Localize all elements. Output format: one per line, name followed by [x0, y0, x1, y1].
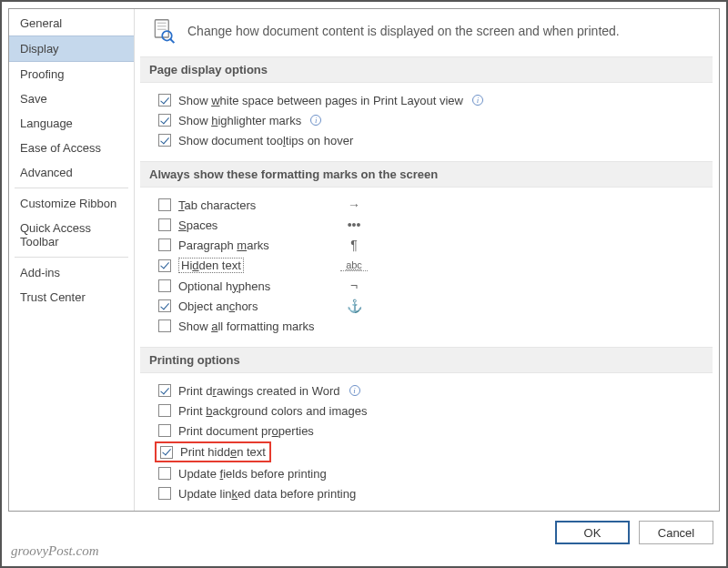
- option-row: Show document tooltips on hover: [140, 130, 713, 150]
- formatting-mark-symbol: →: [340, 198, 368, 212]
- sidebar-item-proofing[interactable]: Proofing: [9, 62, 134, 86]
- page-header: Change how document content is displayed…: [140, 9, 713, 56]
- option-row: Object anchors⚓: [140, 296, 713, 316]
- sidebar-item-save[interactable]: Save: [9, 86, 134, 111]
- option-row: Show highlighter marks: [140, 110, 713, 130]
- option-label[interactable]: Print drawings created in Word: [178, 384, 340, 398]
- option-label[interactable]: Show document tooltips on hover: [178, 134, 353, 147]
- checkbox[interactable]: [158, 218, 171, 231]
- sidebar-item-display[interactable]: Display: [9, 36, 134, 62]
- highlighted-option: Print hidden text: [155, 441, 271, 462]
- option-row: Spaces•••: [140, 215, 713, 235]
- checkbox[interactable]: [158, 259, 171, 272]
- sidebar-item-quick-access-toolbar[interactable]: Quick Access Toolbar: [9, 216, 134, 254]
- option-label[interactable]: Print background colors and images: [178, 404, 367, 418]
- content-scroll[interactable]: Change how document content is displayed…: [135, 9, 713, 511]
- formatting-mark-symbol: ¶: [340, 238, 368, 252]
- sidebar-item-ease-of-access[interactable]: Ease of Access: [9, 136, 134, 160]
- option-label[interactable]: Print hidden text: [180, 445, 266, 459]
- checkbox[interactable]: [158, 487, 171, 500]
- option-label[interactable]: Show all formatting marks: [178, 320, 315, 333]
- sidebar-item-general[interactable]: General: [9, 11, 134, 36]
- option-row: Hidden textabc: [140, 255, 713, 276]
- option-label[interactable]: Update fields before printing: [178, 467, 327, 481]
- option-label[interactable]: Show white space between pages in Print …: [178, 94, 463, 107]
- page-title: Change how document content is displayed…: [187, 24, 620, 38]
- sidebar-item-customize-ribbon[interactable]: Customize Ribbon: [9, 191, 134, 216]
- option-row: Update linked data before printing: [140, 483, 713, 503]
- sidebar-item-trust-center[interactable]: Trust Center: [9, 285, 134, 309]
- formatting-mark-symbol: ⚓: [340, 299, 368, 313]
- option-label[interactable]: Tab characters: [178, 198, 297, 212]
- section-header-formatting-marks: Always show these formatting marks on th…: [140, 161, 713, 188]
- checkbox[interactable]: [158, 299, 171, 312]
- option-row: Print drawings created in Word: [140, 380, 713, 401]
- content-area: Change how document content is displayed…: [135, 9, 719, 511]
- sidebar-item-add-ins[interactable]: Add-ins: [9, 260, 134, 285]
- option-row: Paragraph marks¶: [140, 235, 713, 255]
- option-row: Print document properties: [140, 421, 713, 441]
- option-row: Show all formatting marks: [140, 316, 713, 336]
- option-label[interactable]: Paragraph marks: [178, 238, 297, 252]
- info-icon[interactable]: [349, 385, 360, 396]
- dialog-button-bar: OK Cancel: [555, 521, 713, 544]
- sidebar-item-advanced[interactable]: Advanced: [9, 160, 134, 185]
- option-label[interactable]: Print document properties: [178, 424, 314, 438]
- option-label[interactable]: Object anchors: [178, 299, 297, 313]
- sidebar-separator: [15, 188, 128, 188]
- checkbox[interactable]: [160, 446, 173, 459]
- option-row: Show white space between pages in Print …: [140, 90, 713, 110]
- section-header-page-display: Page display options: [140, 56, 713, 83]
- option-row: Print background colors and images: [140, 401, 713, 421]
- section-header-printing: Printing options: [140, 347, 713, 373]
- checkbox[interactable]: [158, 424, 171, 437]
- checkbox[interactable]: [158, 467, 171, 480]
- formatting-mark-symbol: abc: [340, 259, 368, 271]
- checkbox[interactable]: [158, 320, 171, 332]
- checkbox[interactable]: [158, 114, 171, 127]
- ok-button[interactable]: OK: [555, 521, 630, 544]
- category-sidebar: GeneralDisplayProofingSaveLanguageEase o…: [9, 9, 135, 511]
- checkbox[interactable]: [158, 384, 171, 397]
- watermark-text: groovyPost.com: [11, 543, 99, 559]
- option-label[interactable]: Show highlighter marks: [178, 114, 301, 127]
- option-row: Optional hyphens¬: [140, 276, 713, 296]
- display-icon: [151, 18, 177, 44]
- info-icon[interactable]: [310, 115, 321, 126]
- option-label[interactable]: Hidden text: [178, 258, 297, 273]
- options-dialog-frame: GeneralDisplayProofingSaveLanguageEase o…: [0, 0, 728, 568]
- cancel-button[interactable]: Cancel: [639, 521, 713, 544]
- option-row: Tab characters→: [140, 195, 713, 215]
- sidebar-separator: [15, 257, 128, 258]
- svg-line-5: [170, 39, 174, 43]
- info-icon[interactable]: [472, 95, 483, 106]
- formatting-mark-symbol: ¬: [340, 279, 368, 293]
- option-label[interactable]: Spaces: [178, 218, 297, 232]
- sidebar-item-language[interactable]: Language: [9, 111, 134, 136]
- checkbox[interactable]: [158, 94, 171, 106]
- option-row: Update fields before printing: [140, 463, 713, 483]
- checkbox[interactable]: [158, 404, 171, 417]
- checkbox[interactable]: [158, 134, 171, 147]
- option-label[interactable]: Optional hyphens: [178, 279, 297, 293]
- options-dialog: GeneralDisplayProofingSaveLanguageEase o…: [8, 8, 720, 512]
- option-label[interactable]: Update linked data before printing: [178, 487, 356, 501]
- checkbox[interactable]: [158, 238, 171, 251]
- formatting-mark-symbol: •••: [340, 218, 368, 232]
- checkbox[interactable]: [158, 198, 171, 211]
- checkbox[interactable]: [158, 279, 171, 292]
